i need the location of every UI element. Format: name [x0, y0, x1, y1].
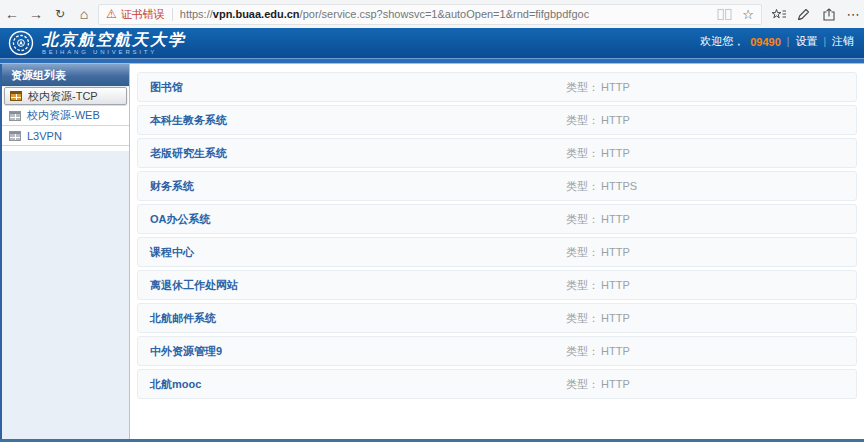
- resource-type: 类型：HTTP: [566, 146, 630, 161]
- welcome-label: 欢迎您，: [700, 34, 744, 49]
- resource-link[interactable]: 老版研究生系统: [150, 146, 227, 161]
- portal-header: 北京航空航天大学 BEIHANG UNIVERSITY 欢迎您，09490 | …: [0, 28, 864, 58]
- back-button[interactable]: ←: [0, 2, 24, 26]
- university-name-en: BEIHANG UNIVERSITY: [42, 49, 186, 55]
- resource-link[interactable]: 北航邮件系统: [150, 311, 216, 326]
- resource-group-icon: [10, 91, 22, 101]
- resource-row[interactable]: OA办公系统 类型：HTTP: [137, 204, 857, 234]
- resource-type-value: HTTP: [601, 378, 630, 390]
- resource-type-label: 类型：: [566, 81, 599, 93]
- url-text: https://vpn.buaa.edu.cn/por/service.csp?…: [180, 8, 589, 20]
- resource-group-list-title: 资源组列表: [2, 64, 129, 86]
- refresh-button[interactable]: ↻: [48, 2, 72, 26]
- resource-row[interactable]: 北航邮件系统 类型：HTTP: [137, 303, 857, 333]
- resource-type-value: HTTP: [601, 279, 630, 291]
- sidebar-item-resource-group[interactable]: L3VPN: [2, 126, 129, 146]
- resource-type-value: HTTP: [601, 114, 630, 126]
- resource-type: 类型：HTTP: [566, 212, 630, 227]
- university-seal-logo: [8, 30, 34, 56]
- resource-group-list: 校内资源-TCP 校内资源-WEB L3VPN: [2, 87, 129, 151]
- home-button[interactable]: ⌂: [72, 2, 96, 26]
- resource-type: 类型：HTTPS: [566, 179, 637, 194]
- certificate-warning-chip[interactable]: ⚠ 证书错误: [106, 7, 165, 22]
- warning-icon: ⚠: [106, 8, 117, 20]
- browser-actions: ⋯: [768, 2, 864, 26]
- resource-type: 类型：HTTP: [566, 278, 630, 293]
- resource-type: 类型：HTTP: [566, 377, 630, 392]
- resource-link[interactable]: 中外资源管理9: [150, 344, 222, 359]
- header-divider: |: [823, 36, 826, 47]
- logout-link[interactable]: 注销: [832, 34, 854, 49]
- address-bar[interactable]: ⚠ 证书错误 https://vpn.buaa.edu.cn/por/servi…: [98, 4, 762, 25]
- resource-type-label: 类型：: [566, 246, 599, 258]
- resource-type-value: HTTP: [601, 213, 630, 225]
- resource-row[interactable]: 课程中心 类型：HTTP: [137, 237, 857, 267]
- url-host: vpn.buaa.edu.cn: [213, 8, 300, 20]
- resource-type-value: HTTP: [601, 81, 630, 93]
- resource-type-label: 类型：: [566, 147, 599, 159]
- url-path: /por/service.csp?showsvc=1&autoOpen=1&rn…: [300, 8, 590, 20]
- resource-type: 类型：HTTP: [566, 311, 630, 326]
- resource-link[interactable]: 本科生教务系统: [150, 113, 227, 128]
- reading-view-icon[interactable]: [717, 8, 732, 21]
- sidebar-panel: 资源组列表 校内资源-TCP 校内资源-WEB L3VPN: [2, 64, 130, 439]
- sidebar-item-label: 校内资源-TCP: [28, 89, 98, 104]
- resource-type-label: 类型：: [566, 312, 599, 324]
- resource-type: 类型：HTTP: [566, 344, 630, 359]
- resource-row[interactable]: 北航mooc 类型：HTTP: [137, 369, 857, 399]
- resource-link[interactable]: 财务系统: [150, 179, 194, 194]
- resource-type-label: 类型：: [566, 114, 599, 126]
- resource-type-label: 类型：: [566, 345, 599, 357]
- resource-row[interactable]: 图书馆 类型：HTTP: [137, 72, 857, 102]
- resource-type-value: HTTP: [601, 246, 630, 258]
- browser-toolbar: ← → ↻ ⌂ ⚠ 证书错误 https://vpn.buaa.edu.cn/p…: [0, 0, 864, 28]
- favorites-hub-button[interactable]: [768, 2, 789, 26]
- resource-type-value: HTTP: [601, 147, 630, 159]
- sidebar: 资源组列表 校内资源-TCP 校内资源-WEB L3VPN: [0, 64, 130, 439]
- settings-link[interactable]: 设置: [795, 34, 817, 49]
- page-footer-bar: [0, 439, 864, 442]
- resource-type: 类型：HTTP: [566, 80, 630, 95]
- resource-type-value: HTTP: [601, 312, 630, 324]
- more-options-button[interactable]: ⋯: [843, 2, 864, 26]
- university-name: 北京航空航天大学 BEIHANG UNIVERSITY: [42, 32, 186, 55]
- forward-button[interactable]: →: [24, 2, 48, 26]
- resource-list: 图书馆 类型：HTTP 本科生教务系统 类型：HTTP 老版研究生系统 类型：H…: [130, 64, 864, 439]
- resource-row[interactable]: 中外资源管理9 类型：HTTP: [137, 336, 857, 366]
- user-menu: 欢迎您，09490 | 设置 | 注销: [700, 34, 854, 49]
- sidebar-item-label: 校内资源-WEB: [27, 108, 100, 123]
- resource-type-label: 类型：: [566, 180, 599, 192]
- share-button[interactable]: [818, 2, 839, 26]
- resource-type-label: 类型：: [566, 279, 599, 291]
- resource-link[interactable]: 图书馆: [150, 80, 183, 95]
- resource-link[interactable]: 课程中心: [150, 245, 194, 260]
- certificate-error-label: 证书错误: [121, 7, 165, 22]
- resource-row[interactable]: 离退休工作处网站 类型：HTTP: [137, 270, 857, 300]
- sidebar-item-label: L3VPN: [27, 130, 62, 142]
- university-name-zh: 北京航空航天大学: [42, 32, 186, 48]
- resource-group-icon: [9, 111, 21, 121]
- resource-type: 类型：HTTP: [566, 113, 630, 128]
- username: 09490: [750, 36, 781, 48]
- resource-row[interactable]: 本科生教务系统 类型：HTTP: [137, 105, 857, 135]
- url-scheme: https://: [180, 8, 213, 20]
- sidebar-item-resource-group[interactable]: 校内资源-WEB: [2, 106, 129, 126]
- resource-link[interactable]: 北航mooc: [150, 377, 201, 392]
- resource-link[interactable]: 离退休工作处网站: [150, 278, 238, 293]
- resource-row[interactable]: 财务系统 类型：HTTPS: [137, 171, 857, 201]
- resource-row[interactable]: 老版研究生系统 类型：HTTP: [137, 138, 857, 168]
- resource-link[interactable]: OA办公系统: [150, 212, 211, 227]
- resource-type-value: HTTPS: [601, 180, 637, 192]
- favorite-star-button[interactable]: ☆: [742, 7, 754, 22]
- resource-type-label: 类型：: [566, 378, 599, 390]
- annotate-pen-button[interactable]: [793, 2, 814, 26]
- sidebar-item-resource-group[interactable]: 校内资源-TCP: [4, 87, 127, 105]
- address-divider: [172, 8, 173, 21]
- resource-type-value: HTTP: [601, 345, 630, 357]
- resource-group-icon: [9, 131, 21, 141]
- header-divider: |: [787, 36, 790, 47]
- resource-type-label: 类型：: [566, 213, 599, 225]
- resource-type: 类型：HTTP: [566, 245, 630, 260]
